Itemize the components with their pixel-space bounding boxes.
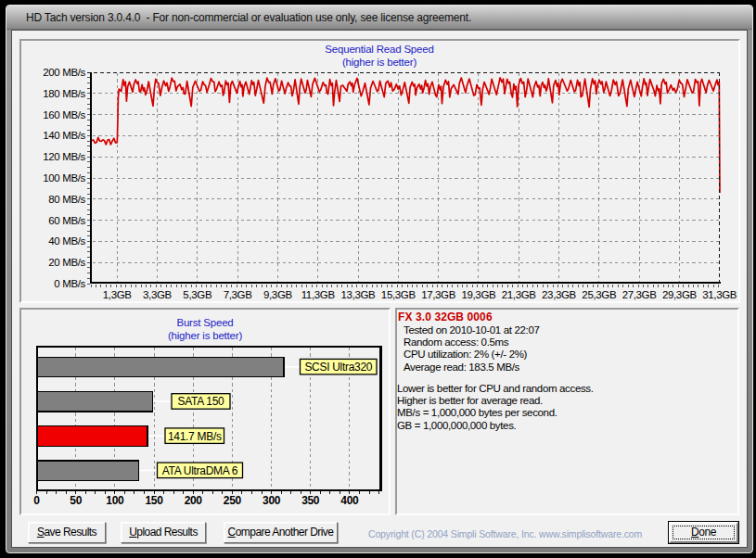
svg-text:1,3GB: 1,3GB [103, 289, 133, 300]
svg-text:9,3GB: 9,3GB [263, 289, 293, 300]
svg-text:17,3GB: 17,3GB [421, 289, 456, 300]
svg-text:Sequential Read Speed: Sequential Read Speed [325, 44, 433, 55]
svg-text:13,3GB: 13,3GB [341, 289, 377, 300]
svg-text:29,3GB: 29,3GB [662, 289, 698, 300]
svg-text:100: 100 [106, 494, 124, 507]
svg-text:400: 400 [340, 494, 359, 507]
svg-text:SCSI Ultra320: SCSI Ultra320 [304, 361, 372, 374]
svg-text:300: 300 [263, 494, 281, 507]
svg-text:200: 200 [185, 494, 203, 507]
svg-text:50: 50 [70, 494, 82, 507]
svg-text:7,3GB: 7,3GB [224, 289, 253, 300]
svg-text:SATA 150: SATA 150 [178, 395, 224, 408]
svg-text:250: 250 [224, 494, 242, 507]
svg-text:160 MB/s: 160 MB/s [43, 109, 85, 120]
svg-text:80 MB/s: 80 MB/s [48, 194, 85, 205]
svg-text:180 MB/s: 180 MB/s [43, 88, 85, 99]
svg-text:40 MB/s: 40 MB/s [48, 235, 85, 247]
svg-text:0: 0 [33, 494, 40, 507]
svg-text:15,3GB: 15,3GB [381, 289, 416, 300]
svg-text:140 MB/s: 140 MB/s [43, 130, 85, 141]
svg-text:0 MB/s: 0 MB/s [54, 278, 85, 289]
svg-text:5,3GB: 5,3GB [183, 289, 212, 300]
svg-text:(higher is better): (higher is better) [342, 57, 416, 68]
svg-text:21,3GB: 21,3GB [502, 289, 537, 300]
svg-text:Burst Speed: Burst Speed [176, 317, 233, 328]
svg-text:60 MB/s: 60 MB/s [48, 215, 85, 226]
svg-text:(higher is better): (higher is better) [168, 330, 242, 341]
svg-text:100 MB/s: 100 MB/s [43, 172, 85, 184]
svg-text:20 MB/s: 20 MB/s [48, 257, 85, 268]
svg-text:120 MB/s: 120 MB/s [43, 151, 85, 162]
svg-text:150: 150 [145, 494, 163, 507]
svg-text:350: 350 [301, 494, 320, 507]
svg-text:3,3GB: 3,3GB [143, 289, 173, 300]
svg-text:11,3GB: 11,3GB [301, 289, 336, 300]
svg-text:ATA UltraDMA 6: ATA UltraDMA 6 [162, 464, 238, 477]
svg-text:141.7 MB/s: 141.7 MB/s [168, 430, 222, 443]
svg-text:23,3GB: 23,3GB [542, 289, 577, 300]
svg-text:31,3GB: 31,3GB [702, 289, 737, 300]
svg-text:200 MB/s: 200 MB/s [43, 67, 85, 78]
svg-text:27,3GB: 27,3GB [622, 289, 658, 300]
svg-text:25,3GB: 25,3GB [582, 289, 617, 300]
svg-text:19,3GB: 19,3GB [461, 289, 496, 300]
